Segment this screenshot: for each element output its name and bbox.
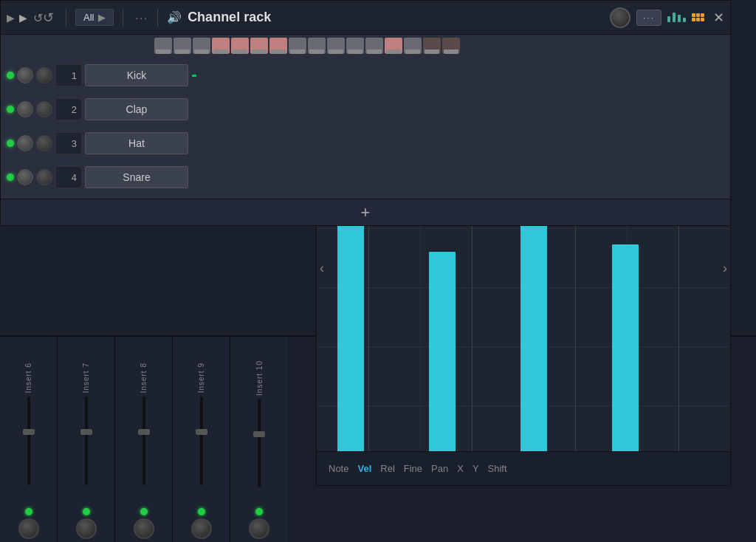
pan-knob-snare[interactable] <box>36 169 52 185</box>
step-clip-4[interactable] <box>212 38 230 54</box>
header-separator-2 <box>123 9 123 27</box>
volume-knob-hat[interactable] <box>17 135 33 151</box>
mixer-led-9[interactable] <box>198 508 205 515</box>
step-clip-3[interactable] <box>193 38 210 54</box>
channel-row-clap: 2 Clap <box>1 92 730 126</box>
fader-handle-10[interactable] <box>253 431 265 437</box>
velocity-bar-4[interactable] <box>612 244 639 451</box>
fader-handle-9[interactable] <box>196 429 207 435</box>
velocity-bar-2[interactable] <box>429 252 456 451</box>
replay-button[interactable]: ↺ <box>33 10 54 26</box>
piano-roll-labels: Note Vel Rel Fine Pan X Y Shift <box>317 451 730 485</box>
channel-button-clap[interactable]: Clap <box>85 98 188 120</box>
channel-number-kick[interactable]: 1 <box>55 64 82 86</box>
channel-row-hat: 3 Hat <box>1 126 730 160</box>
step-scroll-kick <box>191 75 197 77</box>
mixer-knob-10[interactable] <box>249 518 269 539</box>
pan-knob-kick[interactable] <box>36 67 52 83</box>
step-clip-13[interactable] <box>385 38 402 54</box>
fader-track-6[interactable] <box>27 397 30 485</box>
channel-number-hat[interactable]: 3 <box>55 132 82 154</box>
channel-number-snare[interactable]: 4 <box>55 166 82 188</box>
bar4 <box>683 18 686 22</box>
step-clip-header <box>148 35 730 54</box>
label-rel[interactable]: Rel <box>380 463 395 474</box>
label-x[interactable]: X <box>457 463 464 474</box>
step-clip-1[interactable] <box>154 38 172 54</box>
channel-led-clap[interactable] <box>7 106 14 113</box>
step-clip-12[interactable] <box>365 38 383 54</box>
label-shift[interactable]: Shift <box>488 463 507 474</box>
fader-handle-8[interactable] <box>138 429 150 435</box>
mixer-channel-7: Insert 7 <box>58 337 115 542</box>
mixer-led-6[interactable] <box>25 508 32 515</box>
close-button[interactable]: ✕ <box>713 10 724 26</box>
channel-led-kick[interactable] <box>7 72 14 79</box>
label-y[interactable]: Y <box>472 463 479 474</box>
grid-col-3 <box>701 13 704 21</box>
volume-knob-clap[interactable] <box>17 101 33 117</box>
mixer-channel-9: Insert 9 <box>173 337 230 542</box>
header-separator-3 <box>157 9 158 27</box>
pan-knob-clap[interactable] <box>36 101 52 117</box>
fader-track-10[interactable] <box>258 399 261 487</box>
channel-number-clap[interactable]: 2 <box>55 98 82 120</box>
add-channel-row[interactable]: + <box>1 199 730 225</box>
pattern-selector[interactable]: All ▶ <box>75 9 114 26</box>
channel-button-kick[interactable]: Kick <box>85 64 188 86</box>
step-clip-6[interactable] <box>250 38 268 54</box>
label-pan[interactable]: Pan <box>431 463 448 474</box>
step-clip-2[interactable] <box>173 38 191 54</box>
step-clip-14[interactable] <box>404 38 422 54</box>
header-menu-button[interactable]: ··· <box>636 10 662 26</box>
play-button[interactable]: ▶ <box>7 12 27 24</box>
gc1 <box>692 13 695 17</box>
mixer-channel-8: Insert 8 <box>115 337 173 542</box>
mixer-led-7[interactable] <box>83 508 90 515</box>
mixer-label-10: Insert 10 <box>255 360 264 396</box>
step-clip-7[interactable] <box>269 38 287 54</box>
mixer-knob-6[interactable] <box>18 518 39 539</box>
fader-area-8: Insert 8 <box>118 343 169 505</box>
mixer-led-8[interactable] <box>140 508 148 515</box>
label-note[interactable]: Note <box>329 463 348 474</box>
title-area: 🔊 Channel rack <box>167 10 604 25</box>
mixer-knob-8[interactable] <box>134 518 154 539</box>
piano-roll-nav-left[interactable]: ‹ <box>317 258 327 279</box>
mixer-channel-6: Insert 6 <box>0 337 58 542</box>
fader-handle-6[interactable] <box>23 429 35 435</box>
mixer-knob-7[interactable] <box>76 518 97 539</box>
step-clip-11[interactable] <box>346 38 364 54</box>
step-clip-5[interactable] <box>231 38 249 54</box>
piano-roll-nav-right[interactable]: › <box>720 258 730 279</box>
scroll-marker <box>192 75 196 77</box>
pan-knob-hat[interactable] <box>36 135 52 151</box>
mixer-icon[interactable] <box>667 13 686 22</box>
volume-knob-snare[interactable] <box>17 169 33 185</box>
fader-track-9[interactable] <box>200 397 203 485</box>
fader-track-8[interactable] <box>142 397 145 485</box>
fader-area-9: Insert 9 <box>176 343 227 505</box>
add-channel-button[interactable]: + <box>361 203 371 222</box>
fader-track-7[interactable] <box>85 397 88 485</box>
step-clip-15[interactable] <box>423 38 441 54</box>
channel-button-hat[interactable]: Hat <box>85 132 188 154</box>
label-fine[interactable]: Fine <box>404 463 422 474</box>
step-clip-9[interactable] <box>308 38 326 54</box>
fader-handle-7[interactable] <box>80 429 92 435</box>
label-vel[interactable]: Vel <box>357 463 371 474</box>
volume-knob-kick[interactable] <box>17 67 33 83</box>
channel-led-hat[interactable] <box>7 140 14 147</box>
channel-led-snare[interactable] <box>7 174 14 181</box>
step-clip-10[interactable] <box>327 38 345 54</box>
header-dots[interactable]: ··· <box>135 12 148 24</box>
mixer-led-10[interactable] <box>255 508 263 515</box>
channel-button-snare[interactable]: Snare <box>85 166 188 188</box>
step-clip-16[interactable] <box>442 38 460 54</box>
master-volume-knob[interactable] <box>610 7 630 28</box>
step-clip-8[interactable] <box>289 38 306 54</box>
channel-row-kick: 1 Kick <box>1 58 730 92</box>
mixer-knob-9[interactable] <box>191 518 212 539</box>
bar3 <box>678 15 681 22</box>
grid-icon[interactable] <box>692 13 704 21</box>
